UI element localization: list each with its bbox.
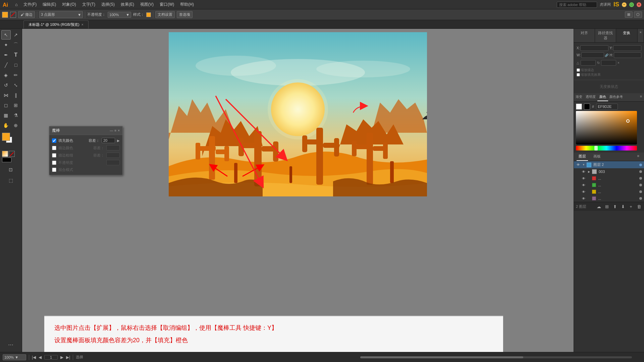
rect-btn[interactable]: □ — [11, 60, 21, 70]
menu-window[interactable]: 窗口(W) — [157, 1, 177, 8]
layers-add-btn[interactable]: ☁ — [596, 203, 602, 209]
y-input[interactable] — [613, 45, 641, 51]
close-btn[interactable]: × — [637, 2, 641, 7]
w-input[interactable] — [581, 52, 604, 58]
preferences-btn[interactable]: 首选项 — [177, 11, 193, 18]
hue-slider[interactable] — [576, 146, 637, 150]
foreground-color[interactable] — [2, 133, 10, 141]
more-tools-btn[interactable]: ⋯ — [1, 340, 20, 349]
black-swatch-color[interactable] — [584, 104, 590, 110]
layers-down-btn[interactable]: ⬇ — [620, 203, 626, 209]
document-tab[interactable]: 未标题-1* @ 100% (RGB/预览) × — [23, 20, 89, 28]
hex-input[interactable] — [596, 104, 618, 110]
canvas-area[interactable]: 魔棒 — ≡ × 填充颜色 容差： ▶ — [22, 29, 574, 352]
doc-settings-btn[interactable]: 文档设置 — [155, 11, 175, 18]
stroke-tolerance-input[interactable] — [106, 145, 120, 150]
sublayer-green[interactable]: 👁 ... — [574, 182, 644, 188]
layer-group-expand[interactable]: ▼ — [582, 163, 585, 167]
type-btn[interactable]: T — [11, 50, 21, 60]
tab-artboard[interactable]: 画板 — [591, 153, 603, 161]
menu-view[interactable]: 视图(V) — [138, 1, 156, 8]
opacity-checkbox[interactable] — [52, 161, 56, 165]
ruler-btn[interactable]: ⊞ — [11, 101, 21, 110]
menu-edit[interactable]: 编辑(E) — [40, 1, 59, 8]
menu-object[interactable]: 对象(O) — [59, 1, 78, 8]
sublayer-yellow[interactable]: 👁 ... — [574, 188, 644, 195]
none-swatch[interactable] — [9, 151, 15, 157]
stroke-width-checkbox[interactable] — [52, 153, 56, 158]
fill-expand-btn[interactable]: ▶ — [117, 139, 120, 142]
layer-group-eye[interactable]: 👁 — [576, 163, 581, 167]
panel-menu-btn[interactable]: ≡ — [114, 129, 116, 132]
sublayer-red[interactable]: 👁 ... — [574, 175, 644, 182]
fill-tolerance-input[interactable] — [102, 138, 115, 143]
pen-btn[interactable]: ✒ — [1, 50, 11, 60]
opacity-selector[interactable]: 100% ▼ — [108, 12, 131, 18]
scale-btn[interactable]: ⤡ — [11, 80, 21, 90]
rotate-btn[interactable]: ↺ — [1, 80, 11, 90]
color-picker[interactable] — [576, 111, 637, 144]
scroll-thumb[interactable] — [360, 356, 523, 358]
tab-transparency[interactable]: 透明度 — [584, 93, 597, 101]
maximize-btn[interactable]: □ — [629, 2, 634, 7]
stroke-color-checkbox[interactable] — [52, 146, 56, 150]
nav-last-btn[interactable]: ▶| — [66, 355, 70, 360]
rotation-input[interactable] — [601, 60, 616, 66]
sublayer-purple[interactable]: 👁 ... — [574, 195, 644, 202]
white-swatch[interactable] — [576, 104, 582, 110]
gradient-swatch[interactable] — [2, 151, 8, 157]
layers-menu-btn[interactable]: ≡ — [635, 153, 641, 161]
artboard-tool[interactable]: ⬚ — [1, 176, 20, 185]
tab-pathfinder[interactable]: 路径查找器 — [595, 29, 616, 42]
column-graph-btn[interactable]: ∥ — [11, 90, 21, 100]
x-input[interactable] — [580, 45, 608, 51]
lasso-btn[interactable]: ⌒ — [11, 40, 21, 50]
slice-btn[interactable]: ◻ — [1, 101, 11, 110]
scale-effects-label[interactable]: 缩放填充效果 — [577, 72, 601, 77]
eyedropper-btn[interactable]: ⚗ — [11, 111, 21, 120]
menu-file[interactable]: 文件(F) — [21, 1, 39, 8]
pencil-btn[interactable]: ✏ — [11, 70, 21, 80]
sublayer-yellow-eye[interactable]: 👁 — [581, 189, 586, 194]
sublayer-003-eye[interactable]: 👁 — [581, 169, 586, 174]
panel-close-btn[interactable]: × — [118, 129, 120, 132]
minimize-btn[interactable]: − — [622, 2, 627, 7]
scale-strokes-cb[interactable] — [577, 68, 580, 72]
style-swatch[interactable] — [146, 12, 151, 17]
selection-tool-btn[interactable]: ↖ — [1, 30, 11, 40]
workspace-btn[interactable]: ⬡ — [634, 11, 642, 18]
layer-group-row[interactable]: 👁 ▼ 图层 2 — [574, 161, 644, 168]
stroke-color-swatch[interactable] — [10, 12, 16, 18]
sublayer-red-eye[interactable]: 👁 — [581, 176, 586, 181]
zoom-btn[interactable]: ⊕ — [11, 121, 21, 130]
opacity-input[interactable] — [106, 160, 120, 165]
zoom-select[interactable]: 100% ▼ — [3, 354, 26, 360]
paint-btn[interactable]: ◈ — [1, 70, 11, 80]
layers-new-btn[interactable]: + — [628, 203, 634, 209]
gradient-btn[interactable]: ▦ — [1, 111, 11, 120]
search-input[interactable] — [557, 2, 597, 8]
fill-color-checkbox[interactable] — [52, 138, 56, 143]
direct-selection-btn[interactable]: ↗ — [11, 30, 21, 40]
menu-select[interactable]: 选择(S) — [99, 1, 117, 8]
nav-first-btn[interactable]: |◀ — [32, 355, 36, 360]
arrange-btn[interactable]: ⊞ — [625, 11, 633, 18]
tab-color[interactable]: 颜色 — [597, 93, 608, 101]
tab-gradient[interactable]: 渐变 — [574, 93, 584, 101]
tab-layers[interactable]: 图层 — [577, 153, 588, 161]
sublayer-003-expand[interactable]: ▶ — [587, 170, 591, 173]
tab-color-ref[interactable]: 颜色参考 — [608, 93, 624, 101]
tab-align[interactable]: 对齐 — [574, 29, 595, 42]
scale-effects-cb[interactable] — [577, 73, 580, 76]
sublayer-purple-eye[interactable]: 👁 — [581, 196, 586, 201]
blend-btn[interactable]: ⋈ — [1, 90, 11, 100]
scale-strokes-label[interactable]: 缩放描边 — [577, 68, 594, 72]
brush-dropdown[interactable]: 3 点圆形 ▼ — [39, 11, 83, 18]
nav-next-btn[interactable]: ▶ — [60, 355, 63, 360]
sublayer-green-eye[interactable]: 👁 — [581, 183, 586, 187]
stroke-width-input[interactable] — [106, 153, 120, 158]
menu-text[interactable]: 文字(T) — [79, 1, 98, 8]
layers-canvas-btn[interactable]: ⊞ — [604, 203, 610, 209]
panel-minimize-btn[interactable]: — — [110, 129, 113, 132]
line-btn[interactable]: ╱ — [1, 60, 11, 70]
